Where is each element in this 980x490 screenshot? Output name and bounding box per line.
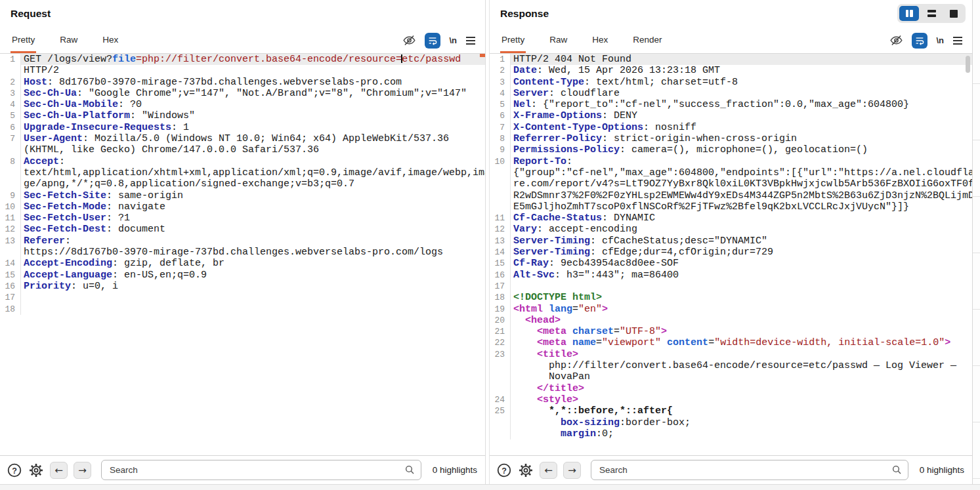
line-number: 21 bbox=[490, 326, 511, 337]
help-icon[interactable]: ? bbox=[7, 462, 22, 478]
layout-single-button[interactable] bbox=[944, 6, 964, 21]
tab-hex[interactable]: Hex bbox=[591, 28, 609, 53]
code-row: https://8d1767b0-3970-mirage-737bd.chall… bbox=[0, 247, 485, 258]
line-number: 9 bbox=[0, 190, 21, 201]
line-number: 18 bbox=[0, 304, 21, 315]
search-next-button[interactable]: → bbox=[563, 462, 581, 479]
code-line: Permissions-Policy: camera=(), microphon… bbox=[511, 144, 972, 155]
tab-raw[interactable]: Raw bbox=[548, 28, 568, 53]
word-wrap-icon[interactable] bbox=[425, 33, 440, 49]
code-line: <meta charset="UTF-8"> bbox=[511, 326, 972, 337]
layout-switcher bbox=[897, 4, 966, 23]
code-row: 17 bbox=[490, 281, 972, 292]
tab-hex[interactable]: Hex bbox=[101, 28, 119, 53]
code-line: E5mGJljhoZmhT7scoP0xflNSCoRf%2FjTFwz%2Bf… bbox=[511, 201, 972, 213]
code-line: Accept: bbox=[21, 156, 485, 167]
search-previous-button[interactable]: ← bbox=[540, 462, 557, 479]
cursor-scroll-marker bbox=[480, 54, 485, 57]
code-row: 3Content-Type: text/html; charset=utf-8 bbox=[490, 77, 972, 88]
tab-render[interactable]: Render bbox=[631, 28, 663, 53]
tab-raw[interactable]: Raw bbox=[58, 28, 79, 53]
code-row: 24 <style> bbox=[490, 394, 972, 405]
line-number bbox=[490, 201, 511, 213]
code-row: 13Referer: bbox=[0, 235, 485, 247]
newline-icon[interactable]: \n bbox=[449, 35, 457, 45]
line-number: 14 bbox=[490, 247, 511, 258]
line-number: 15 bbox=[0, 270, 21, 281]
code-row: 2Date: Wed, 15 Apr 2026 13:23:18 GMT bbox=[490, 65, 972, 76]
search-icon bbox=[404, 464, 415, 478]
code-row: HTTP/2 bbox=[0, 65, 485, 76]
code-row: 16Priority: u=0, i bbox=[0, 281, 485, 292]
search-input[interactable] bbox=[591, 460, 908, 480]
code-row: 17 bbox=[0, 292, 485, 303]
code-row: 1GET /logs/view?file=php://filter/conver… bbox=[0, 54, 485, 65]
line-number: 12 bbox=[0, 224, 21, 235]
line-number: 15 bbox=[490, 258, 511, 269]
newline-icon[interactable]: \n bbox=[936, 35, 944, 45]
code-line: Accept-Language: en-US,en;q=0.9 bbox=[21, 270, 485, 281]
search-previous-button[interactable]: ← bbox=[50, 462, 68, 479]
layout-rows-button[interactable] bbox=[922, 6, 941, 21]
menu-icon[interactable] bbox=[465, 36, 476, 45]
code-row: 12Sec-Fetch-Dest: document bbox=[0, 224, 485, 235]
line-number: 10 bbox=[490, 156, 511, 167]
line-number bbox=[490, 190, 511, 201]
line-number: 7 bbox=[0, 133, 21, 144]
layout-columns-button[interactable] bbox=[899, 6, 919, 21]
code-line: HTTP/2 bbox=[21, 65, 485, 76]
help-icon[interactable]: ? bbox=[496, 462, 512, 478]
request-tabs: PrettyRawHex bbox=[11, 28, 142, 53]
settings-gear-icon[interactable] bbox=[28, 462, 44, 478]
line-number: 4 bbox=[0, 99, 21, 110]
menu-icon[interactable] bbox=[952, 36, 963, 45]
eye-off-icon[interactable] bbox=[402, 33, 416, 47]
code-row: 10Sec-Fetch-Mode: navigate bbox=[0, 201, 485, 213]
code-row: margin:0; bbox=[490, 428, 972, 439]
svg-text:?: ? bbox=[12, 466, 17, 475]
code-line: Referrer-Policy: strict-origin-when-cros… bbox=[511, 133, 972, 144]
scrollbar-thumb[interactable] bbox=[966, 56, 970, 73]
code-row: NovaPan bbox=[490, 371, 972, 382]
response-editor[interactable]: 1HTTP/2 404 Not Found2Date: Wed, 15 Apr … bbox=[490, 54, 972, 455]
code-row: 3Sec-Ch-Ua: "Google Chrome";v="147", "No… bbox=[0, 88, 485, 99]
line-number: 10 bbox=[0, 201, 21, 213]
code-row: 7X-Content-Type-Options: nosniff bbox=[490, 122, 972, 133]
code-line: ge/apng,*/*;q=0.8,application/signed-exc… bbox=[21, 178, 485, 190]
line-number: 2 bbox=[490, 65, 511, 76]
code-line: GET /logs/view?file=php://filter/convert… bbox=[21, 54, 485, 65]
response-searchbar: ? ← → 0 highlights bbox=[490, 455, 972, 484]
code-line: Upgrade-Insecure-Requests: 1 bbox=[21, 122, 485, 133]
code-line: php://filter/convert.base64-encode/resou… bbox=[511, 360, 972, 371]
word-wrap-icon[interactable] bbox=[912, 33, 927, 49]
tab-pretty[interactable]: Pretty bbox=[500, 28, 526, 53]
code-row: 11Sec-Fetch-User: ?1 bbox=[0, 213, 485, 224]
eye-off-icon[interactable] bbox=[889, 33, 903, 47]
line-number: 2 bbox=[0, 77, 21, 88]
code-line: User-Agent: Mozilla/5.0 (Windows NT 10.0… bbox=[21, 133, 485, 144]
search-next-button[interactable]: → bbox=[74, 462, 91, 479]
response-tabs: PrettyRawHexRender bbox=[500, 28, 686, 53]
line-number: 23 bbox=[490, 349, 511, 360]
line-number bbox=[490, 428, 511, 439]
code-row: 22 <meta name="viewport" content="width=… bbox=[490, 337, 972, 348]
code-line: Sec-Fetch-Dest: document bbox=[21, 224, 485, 235]
tab-pretty[interactable]: Pretty bbox=[11, 28, 36, 53]
request-response-panes: Request PrettyRawHex \n bbox=[0, 0, 980, 484]
collapsed-inspector-strip[interactable] bbox=[972, 0, 980, 484]
request-editor[interactable]: 1GET /logs/view?file=php://filter/conver… bbox=[0, 54, 485, 455]
line-number: 16 bbox=[0, 281, 21, 292]
code-line: Accept-Encoding: gzip, deflate, br bbox=[21, 258, 485, 269]
code-line: (KHTML, like Gecko) Chrome/147.0.0.0 Saf… bbox=[21, 144, 485, 155]
line-number: 13 bbox=[0, 235, 21, 247]
line-number: 5 bbox=[0, 110, 21, 121]
code-row: 13Server-Timing: cfCacheStatus;desc="DYN… bbox=[490, 235, 972, 247]
code-row: {"group":"cf-nel","max_age":604800,"endp… bbox=[490, 167, 972, 178]
code-line: X-Content-Type-Options: nosniff bbox=[511, 122, 972, 133]
search-input[interactable] bbox=[101, 460, 421, 480]
settings-gear-icon[interactable] bbox=[518, 462, 534, 478]
code-row: 15Accept-Language: en-US,en;q=0.9 bbox=[0, 270, 485, 281]
code-row: 16Alt-Svc: h3=":443"; ma=86400 bbox=[490, 270, 972, 281]
code-line: https://8d1767b0-3970-mirage-737bd.chall… bbox=[21, 247, 485, 258]
code-row: 19<html lang="en"> bbox=[490, 304, 972, 315]
